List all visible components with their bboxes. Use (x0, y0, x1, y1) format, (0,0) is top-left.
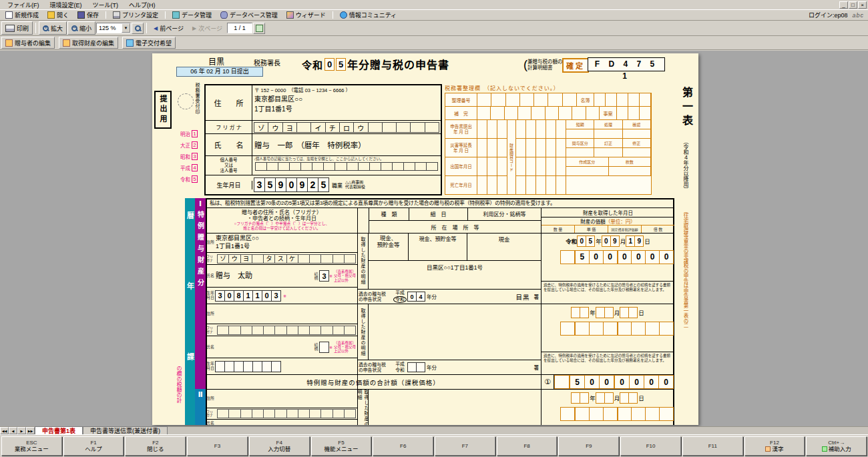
era-code: 3 (192, 153, 198, 160)
fkey-f2[interactable]: F2閉じる (125, 436, 186, 456)
database-icon (220, 11, 228, 19)
donor2-date-value: 年 月 日 過去に、特例税率の適用を受けるために左記の贈与者との続柄を証する書類… (541, 304, 674, 374)
next-sheet-button[interactable]: ▶ (17, 427, 26, 434)
prev-sheet-button[interactable]: ◀ (9, 427, 17, 434)
donor1-past-office[interactable]: 目黒 (515, 292, 529, 302)
taxpayer-id-cells[interactable] (255, 162, 438, 171)
tab-transmittal[interactable]: 申告書等送信票(兼送付書) (83, 426, 168, 434)
donor1-value-row[interactable]: 5000000 (541, 249, 674, 265)
donor2-furigana-cells[interactable] (217, 326, 356, 335)
value-column-header: 財産の価額（単位：円） (541, 217, 674, 225)
open-button[interactable]: 開く (43, 11, 73, 19)
minimize-button[interactable]: _ (839, 1, 848, 9)
meisai-header-spacer (357, 207, 369, 233)
donor1-property-location[interactable]: 目黒区○○1丁目1番1号 (369, 260, 541, 275)
new-button[interactable]: 新規作成 (1, 11, 43, 19)
title-year-digit[interactable]: 0 (324, 58, 335, 71)
fkey-f7[interactable]: F7 (435, 436, 495, 456)
database-management-button[interactable]: データベース管理 (216, 11, 282, 19)
donor2-birth-cells[interactable] (216, 361, 281, 372)
next-page-button[interactable]: ▶次ページ (188, 21, 226, 35)
fkey-f3[interactable]: F3 (187, 436, 248, 456)
donor1-past-year-cells[interactable]: 04 (408, 292, 425, 302)
donor1-property-type[interactable]: 現金、預貯金等 (369, 233, 409, 260)
taxpayer-address[interactable]: 〒 152 − 0000 （電話 03 − 1234 − 6666 ） 東京都目… (252, 85, 441, 120)
save-button[interactable]: 保存 (73, 11, 103, 19)
fkey-f5[interactable]: F5機能メニュー (311, 436, 372, 456)
property-detail-label: 取得した財産の明細 (357, 390, 369, 425)
edit-property-button[interactable]: 取得財産の編集 (59, 37, 118, 49)
occupation-value[interactable]: △△商事㈱代表取締役 (345, 180, 365, 189)
main-toolbar: 新規作成 開く 保存 プリンタ設定 データ管理 データベース管理 ウィザード 情… (0, 10, 868, 21)
donor2-value-row[interactable] (541, 320, 674, 336)
fkey-f12[interactable]: F12漢字 (744, 436, 805, 456)
wizard-button[interactable]: ウィザード (282, 11, 330, 19)
fkey-f1[interactable]: F1ヘルプ (63, 436, 124, 456)
printer-setup-button[interactable]: プリンタ設定 (109, 11, 162, 19)
taxpayer-name[interactable]: 贈与 一郎 （暦年 特例税率） (252, 134, 441, 155)
data-icon (172, 11, 180, 19)
e-delivery-button[interactable]: 電子交付希望 (122, 37, 176, 49)
fkey-f6[interactable]: F6 (373, 436, 433, 456)
past-filing-label: 過去の贈与税の申告状況 (357, 362, 392, 373)
taxpayer-birth-cells[interactable]: 3590925 (254, 177, 329, 192)
print-button[interactable]: 印刷 (1, 21, 33, 35)
donor2-acquired-date[interactable]: 年 月 日 (541, 304, 674, 320)
taxpayer-furigana-cells[interactable]: ゾウヨイチロウ (254, 122, 439, 133)
fkey-f4[interactable]: F4入力切替 (249, 436, 310, 456)
last-sheet-button[interactable]: ▶▶ (26, 427, 35, 434)
fkey-f9[interactable]: F9 (558, 436, 619, 456)
menu-help[interactable]: ヘルプ(H) (124, 0, 161, 10)
fkey-esc[interactable]: ESC業務メニュー (1, 436, 62, 456)
data-management-button[interactable]: データ管理 (168, 11, 216, 19)
donor1-acquired-date[interactable]: 令和 05年 09月 19日 (541, 233, 674, 249)
donor1-address[interactable]: 東京都目黒区○○1丁目1番1号 (216, 235, 259, 250)
special-rate-declaration: 私は、租税特別措置法第70条の2の5第1項又は第3項の規定による直系尊属から贈与… (207, 199, 673, 207)
receipt-stamp-circle (178, 93, 194, 109)
menu-file[interactable]: ファイル(F) (2, 0, 45, 10)
zoom-in-button[interactable]: 拡大 (39, 21, 67, 35)
relationship-label: 続柄 (313, 343, 319, 351)
edit-toolbar: 贈与者の編集 取得財産の編集 電子交付希望 (0, 36, 868, 50)
close-button[interactable]: × (858, 1, 867, 9)
section2-furigana-cells[interactable] (217, 409, 356, 418)
prev-page-button[interactable]: ◀前ページ (150, 21, 188, 35)
section2-value-row[interactable] (541, 406, 674, 422)
zoom-out-button[interactable]: 縮小 (67, 21, 95, 35)
office-jian-label: 事案 (600, 107, 617, 119)
donor1-relationship-code[interactable]: 3 (319, 270, 329, 282)
restore-button[interactable]: □ (849, 1, 857, 9)
toolbar-separator (333, 11, 333, 18)
section2-acquired-date[interactable]: 年 月 日 (541, 390, 674, 406)
submit-date-field[interactable]: 06 年 02 月 10 日提出 (176, 67, 263, 77)
fkey-f8[interactable]: F8 (497, 436, 558, 456)
login-label: ログイン:ep08 (809, 11, 852, 19)
menu-tools[interactable]: ツール(T) (87, 0, 124, 10)
value-subheader: 数 量 単 価 固定資産税評価額 倍 数 (541, 225, 674, 233)
title-year-digit[interactable]: 5 (336, 58, 346, 71)
donor2-past-year-cells[interactable] (408, 362, 425, 372)
info-community-button[interactable]: 情報コミュニティ (336, 11, 401, 19)
goto-page-button[interactable] (253, 23, 265, 34)
donor1-name[interactable]: 贈与 太助 (216, 272, 313, 281)
past-era-labels[interactable]: 平成令和 (392, 290, 408, 302)
tab-form1[interactable]: 申告書第1表 (35, 426, 83, 434)
menu-settings[interactable]: 環境設定(E) (45, 0, 87, 10)
globe-icon (340, 11, 347, 19)
zoom-select[interactable]: 125 %▼ (96, 23, 131, 33)
zoom-in-icon (43, 25, 49, 31)
fd-number-box[interactable]: F D 4 7 5 1 (588, 57, 665, 71)
donor2-relationship-code[interactable] (319, 342, 329, 353)
total-value-row[interactable]: 5000000 (554, 375, 674, 389)
first-sheet-button[interactable]: ◀◀ (0, 427, 9, 434)
fkey-ctrl-right[interactable]: Ctrl+→補助入力 (806, 436, 867, 456)
edit-donor-button[interactable]: 贈与者の編集 (1, 37, 55, 49)
past-era-labels[interactable]: 平成令和 (392, 362, 408, 372)
fkey-f10[interactable]: F10 (620, 436, 681, 456)
donor1-furigana-cells[interactable]: ゾウヨタスケ (217, 254, 356, 264)
donor1-birth-cells[interactable]: 3081103 (216, 290, 281, 302)
donor1-property-detail[interactable]: 現金、預貯金等 (409, 233, 467, 260)
donor1-property-use[interactable]: 現金 (467, 233, 541, 260)
zoom-tool-button[interactable] (132, 23, 144, 34)
fkey-f11[interactable]: F11 (682, 436, 743, 456)
